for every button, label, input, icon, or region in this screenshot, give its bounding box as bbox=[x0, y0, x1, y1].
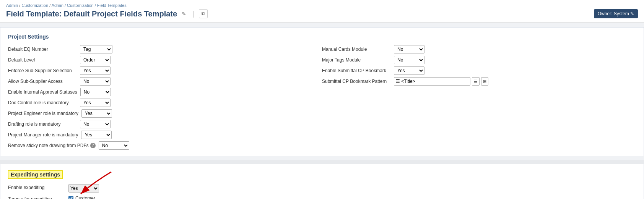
select-enforce-supplier[interactable]: YesNo bbox=[80, 66, 111, 75]
select-submittal-cp[interactable]: YesNo bbox=[394, 66, 424, 75]
page-header: Admin / Customization / Admin / Customiz… bbox=[0, 0, 644, 23]
label-default-level: Default Level bbox=[8, 57, 77, 63]
settings-grid: Default EQ Number TagNumber Default Leve… bbox=[8, 45, 636, 150]
edit-title-button[interactable]: ✎ bbox=[180, 10, 188, 18]
label-customer: Customer bbox=[75, 196, 95, 199]
setting-enforce-supplier: Enforce Sub-Supplier Selection YesNo bbox=[8, 66, 322, 75]
targets-for-expediting-row: Targets for expediting Customer Sub-Supp… bbox=[8, 196, 636, 199]
label-proj-engineer: Project Engineer role is mandatory bbox=[8, 111, 78, 116]
checkbox-customer[interactable] bbox=[68, 196, 73, 199]
control-enforce-supplier: YesNo bbox=[80, 66, 111, 75]
setting-sticky-note: Remove sticky note drawing from PDFs ? N… bbox=[8, 141, 322, 150]
control-drafting: NoYes bbox=[80, 120, 111, 128]
page-title: Field Template: Default Project Fields T… bbox=[6, 10, 177, 18]
project-settings-title: Project Settings bbox=[8, 34, 636, 40]
breadcrumb-customization[interactable]: Customization bbox=[21, 3, 48, 8]
copy-button[interactable]: ⧉ bbox=[199, 9, 208, 18]
select-default-eq[interactable]: TagNumber bbox=[80, 45, 112, 53]
setting-default-level: Default Level OrderTag bbox=[8, 56, 322, 64]
enable-expediting-row: Enable expediting YesNo bbox=[8, 184, 636, 193]
label-internal-approval: Enable Internal Approval Statuses bbox=[8, 89, 77, 95]
label-doc-control: Doc Control role is mandatory bbox=[8, 100, 77, 105]
control-allow-supplier: NoYes bbox=[80, 77, 111, 86]
control-manual-cards: NoYes bbox=[394, 45, 424, 53]
label-sticky-note: Remove sticky note drawing from PDFs ? bbox=[8, 143, 96, 148]
help-icon[interactable]: ? bbox=[90, 143, 96, 148]
main-content: Project Settings Default EQ Number TagNu… bbox=[0, 23, 644, 199]
control-major-tags: NoYes bbox=[394, 56, 424, 64]
select-proj-manager[interactable]: YesNo bbox=[81, 131, 112, 139]
select-drafting[interactable]: NoYes bbox=[80, 120, 111, 128]
label-bookmark-pattern: Submittal CP Bookmark Pattern bbox=[322, 79, 391, 84]
select-internal-approval[interactable]: NoYes bbox=[80, 88, 111, 96]
select-allow-supplier[interactable]: NoYes bbox=[80, 77, 111, 86]
label-proj-manager: Project Manager role is mandatory bbox=[8, 132, 78, 138]
setting-proj-engineer: Project Engineer role is mandatory YesNo bbox=[8, 109, 322, 118]
control-proj-manager: YesNo bbox=[81, 131, 112, 139]
pattern-placeholder-icon[interactable]: ⊞ bbox=[481, 77, 488, 86]
control-doc-control: YesNo bbox=[80, 99, 111, 107]
breadcrumb-field-templates[interactable]: Admin / Customization / Field Templates bbox=[52, 3, 127, 8]
right-settings-col: Manual Cards Module NoYes Major Tags Mod… bbox=[322, 45, 636, 150]
targets-expediting-label: Targets for expediting bbox=[8, 196, 65, 199]
select-enable-expediting[interactable]: YesNo bbox=[68, 184, 99, 193]
setting-allow-supplier: Allow Sub-Supplier Access NoYes bbox=[8, 77, 322, 86]
setting-submittal-cp: Enable Submittal CP Bookmark YesNo bbox=[322, 66, 636, 75]
setting-drafting: Drafting role is mandatory NoYes bbox=[8, 120, 322, 128]
label-submittal-cp: Enable Submittal CP Bookmark bbox=[322, 68, 391, 73]
setting-major-tags: Major Tags Module NoYes bbox=[322, 56, 636, 64]
control-internal-approval: NoYes bbox=[80, 88, 111, 96]
select-major-tags[interactable]: NoYes bbox=[394, 56, 424, 64]
control-bookmark-pattern: ☰ ⊞ bbox=[394, 77, 488, 86]
select-default-level[interactable]: OrderTag bbox=[80, 56, 111, 64]
expediting-targets-list: Customer Sub-Suppliers Internal / 3rd Pa… bbox=[68, 196, 116, 199]
label-drafting: Drafting role is mandatory bbox=[8, 121, 77, 127]
setting-bookmark-pattern: Submittal CP Bookmark Pattern ☰ ⊞ bbox=[322, 77, 636, 86]
control-default-level: OrderTag bbox=[80, 56, 111, 64]
page-title-left: Field Template: Default Project Fields T… bbox=[6, 9, 208, 18]
setting-default-eq: Default EQ Number TagNumber bbox=[8, 45, 322, 53]
enable-expediting-label: Enable expediting bbox=[8, 184, 65, 190]
pattern-table-icon[interactable]: ☰ bbox=[472, 77, 480, 86]
owner-label: Owner: System bbox=[598, 11, 629, 16]
breadcrumb: Admin / Customization / Admin / Customiz… bbox=[6, 3, 638, 8]
control-default-eq: TagNumber bbox=[80, 45, 112, 53]
label-enforce-supplier: Enforce Sub-Supplier Selection bbox=[8, 68, 77, 73]
label-default-eq: Default EQ Number bbox=[8, 47, 77, 52]
control-sticky-note: NoYes bbox=[99, 141, 129, 150]
select-proj-engineer[interactable]: YesNo bbox=[81, 109, 112, 118]
owner-button[interactable]: Owner: System ✎ bbox=[594, 9, 638, 18]
expediting-title: Expediting settings bbox=[8, 170, 63, 179]
list-item-customer[interactable]: Customer bbox=[68, 196, 116, 199]
setting-manual-cards: Manual Cards Module NoYes bbox=[322, 45, 636, 53]
control-submittal-cp: YesNo bbox=[394, 66, 424, 75]
select-manual-cards[interactable]: NoYes bbox=[394, 45, 424, 53]
select-sticky-note[interactable]: NoYes bbox=[99, 141, 129, 150]
expediting-settings-section: Expediting settings Enable expediting Ye… bbox=[0, 164, 644, 199]
separator: | bbox=[192, 10, 194, 18]
label-major-tags: Major Tags Module bbox=[322, 57, 391, 63]
project-settings-section: Project Settings Default EQ Number TagNu… bbox=[0, 27, 644, 156]
control-proj-engineer: YesNo bbox=[81, 109, 112, 118]
section-gap bbox=[0, 160, 644, 164]
setting-proj-manager: Project Manager role is mandatory YesNo bbox=[8, 131, 322, 139]
setting-internal-approval: Enable Internal Approval Statuses NoYes bbox=[8, 88, 322, 96]
page-title-row: Field Template: Default Project Fields T… bbox=[6, 9, 638, 18]
left-settings-col: Default EQ Number TagNumber Default Leve… bbox=[8, 45, 322, 150]
pattern-input[interactable] bbox=[394, 77, 470, 86]
label-allow-supplier: Allow Sub-Supplier Access bbox=[8, 79, 77, 84]
setting-doc-control: Doc Control role is mandatory YesNo bbox=[8, 99, 322, 107]
expediting-settings-grid: Enable expediting YesNo Targets for expe… bbox=[8, 184, 636, 199]
breadcrumb-admin[interactable]: Admin bbox=[6, 3, 18, 8]
select-doc-control[interactable]: YesNo bbox=[80, 99, 111, 107]
label-manual-cards: Manual Cards Module bbox=[322, 47, 391, 52]
